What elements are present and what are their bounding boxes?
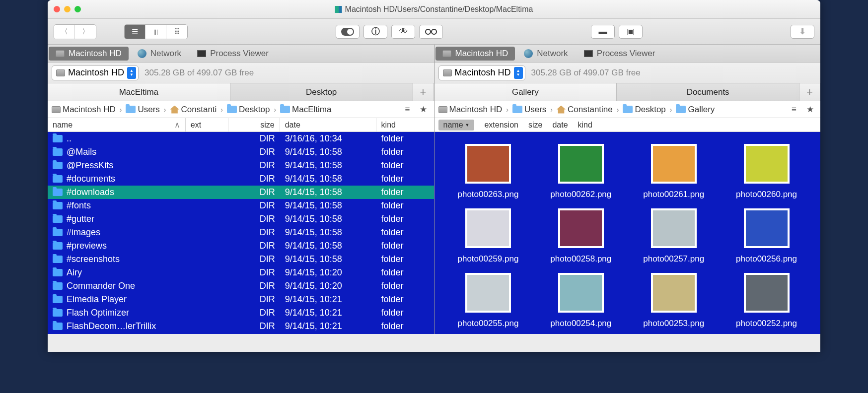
svg-point-2: [426, 29, 431, 34]
minimize-button[interactable]: [64, 6, 71, 12]
gallery-item[interactable]: photo00254.png: [537, 273, 625, 328]
file-row[interactable]: #imagesDIR9/14/15, 10:58folder: [48, 226, 434, 239]
thumbnail: [465, 273, 511, 313]
breadcrumb-segment[interactable]: Constanti: [170, 105, 217, 115]
file-row[interactable]: Flash OptimizerDIR9/14/15, 10:21folder: [48, 306, 434, 320]
sort-extension[interactable]: extension: [484, 121, 518, 130]
file-kind: folder: [376, 294, 434, 305]
traffic-lights: [48, 6, 81, 12]
chevron-right-icon: ›: [164, 106, 166, 114]
sort-name[interactable]: name▼: [438, 120, 475, 131]
add-tab-button[interactable]: +: [799, 83, 820, 101]
gallery-item[interactable]: photo00257.png: [630, 208, 718, 264]
forward-button[interactable]: 〉: [75, 25, 96, 39]
back-button[interactable]: 〈: [54, 25, 75, 39]
pane-tab[interactable]: Gallery: [434, 83, 617, 101]
file-row[interactable]: #screenshotsDIR9/14/15, 10:58folder: [48, 253, 434, 266]
favorite-icon[interactable]: ★: [803, 104, 816, 115]
pane-tab[interactable]: Documents: [617, 83, 799, 101]
gallery-item[interactable]: photo00258.png: [537, 208, 625, 264]
file-row[interactable]: AiryDIR9/14/15, 10:20folder: [48, 266, 434, 279]
pane-tab[interactable]: Desktop: [230, 83, 413, 101]
search-button[interactable]: [419, 25, 443, 39]
file-row[interactable]: #documentsDIR9/14/15, 10:58folder: [48, 172, 434, 186]
file-row[interactable]: #gutterDIR9/14/15, 10:58folder: [48, 212, 434, 226]
breadcrumb-segment[interactable]: Users: [512, 105, 546, 115]
quicklook-button[interactable]: 👁: [391, 25, 415, 39]
volume-selector-left[interactable]: Macintosh HD ▲▼: [52, 66, 139, 80]
hidden-files-toggle[interactable]: [336, 25, 360, 39]
gallery-item-name: photo00257.png: [643, 254, 704, 264]
volume-selector-right[interactable]: Macintosh HD ▲▼: [438, 66, 525, 80]
location-tab[interactable]: Process Viewer: [576, 45, 663, 62]
file-row[interactable]: FlashDecom…lerTrillixDIR9/14/15, 10:21fo…: [48, 320, 434, 333]
network-drive-button[interactable]: ▣: [619, 25, 643, 39]
file-name: #downloads: [67, 187, 114, 197]
gallery-item[interactable]: photo00252.png: [723, 273, 810, 328]
breadcrumb-segment[interactable]: Desktop: [623, 105, 665, 115]
gallery-item-name: photo00255.png: [457, 319, 518, 328]
view-icons-button[interactable]: ⠿: [166, 25, 187, 39]
col-size[interactable]: size: [228, 118, 280, 131]
download-button[interactable]: ⬇: [791, 25, 814, 39]
list-toggle-icon[interactable]: ≡: [401, 104, 414, 115]
breadcrumb-segment[interactable]: MacEltima: [280, 105, 331, 115]
col-ext[interactable]: ext: [186, 118, 228, 131]
zoom-button[interactable]: [74, 6, 81, 12]
file-row[interactable]: FolxDIR9/14/15, 10:21folder: [48, 333, 434, 334]
file-kind: folder: [376, 147, 434, 157]
location-tab[interactable]: Network: [130, 45, 189, 62]
sort-header-right: name▼ extension size date kind: [434, 118, 821, 132]
location-tab[interactable]: Macintosh HD: [435, 47, 515, 61]
list-toggle-icon[interactable]: ≡: [788, 104, 800, 115]
col-name[interactable]: name∧: [48, 118, 186, 131]
breadcrumb-segment[interactable]: Macintosh HD: [438, 105, 503, 115]
gallery-item[interactable]: photo00255.png: [444, 273, 532, 328]
col-kind[interactable]: kind: [376, 118, 434, 131]
file-list-left[interactable]: ..DIR3/16/16, 10:34folder@MailsDIR9/14/1…: [48, 132, 434, 334]
breadcrumb-segment[interactable]: Macintosh HD: [52, 105, 116, 115]
file-row[interactable]: #downloadsDIR9/14/15, 10:58folder: [48, 186, 434, 199]
view-list-button[interactable]: ☰: [125, 25, 145, 39]
gallery-item[interactable]: photo00259.png: [444, 208, 532, 264]
file-kind: folder: [376, 308, 434, 318]
file-row[interactable]: Elmedia PlayerDIR9/14/15, 10:21folder: [48, 293, 434, 306]
file-row[interactable]: ..DIR3/16/16, 10:34folder: [48, 132, 434, 145]
file-size: DIR: [228, 200, 280, 211]
file-row[interactable]: @PressKitsDIR9/14/15, 10:58folder: [48, 159, 434, 172]
folder-icon: [53, 135, 63, 142]
location-tab[interactable]: Network: [516, 45, 576, 62]
file-row[interactable]: #fontsDIR9/14/15, 10:58folder: [48, 199, 434, 212]
gallery-grid-right[interactable]: photo00263.pngphoto00262.pngphoto00261.p…: [434, 132, 821, 334]
breadcrumb-segment[interactable]: Desktop: [227, 105, 270, 115]
file-row[interactable]: #previewsDIR9/14/15, 10:58folder: [48, 239, 434, 253]
location-tab[interactable]: Macintosh HD: [49, 47, 129, 61]
breadcrumb-segment[interactable]: Users: [126, 105, 159, 115]
breadcrumb-segment[interactable]: Constantine: [557, 105, 613, 115]
file-row[interactable]: @MailsDIR9/14/15, 10:58folder: [48, 145, 434, 159]
gallery-item[interactable]: photo00262.png: [537, 144, 625, 199]
folder-icon: [227, 106, 237, 113]
sort-size[interactable]: size: [528, 121, 542, 130]
breadcrumb-label: Constanti: [181, 105, 217, 115]
gallery-item[interactable]: photo00256.png: [723, 208, 810, 264]
pane-tab[interactable]: MacEltima: [48, 83, 230, 101]
gallery-item[interactable]: photo00263.png: [444, 144, 532, 199]
archive-button[interactable]: ▬: [591, 25, 615, 39]
favorite-icon[interactable]: ★: [417, 104, 430, 115]
close-button[interactable]: [54, 6, 60, 12]
view-columns-button[interactable]: ⫼: [145, 25, 166, 39]
location-tab[interactable]: Process Viewer: [189, 45, 277, 62]
gallery-item[interactable]: photo00253.png: [630, 273, 718, 328]
gallery-item[interactable]: photo00261.png: [630, 144, 718, 199]
gallery-item[interactable]: photo00260.png: [723, 144, 810, 199]
info-button[interactable]: ⓘ: [363, 25, 387, 39]
breadcrumb-label: Desktop: [635, 105, 665, 115]
sort-date[interactable]: date: [552, 121, 568, 130]
breadcrumb-segment[interactable]: Gallery: [676, 105, 715, 115]
file-row[interactable]: Commander OneDIR9/14/15, 10:20folder: [48, 279, 434, 293]
col-date[interactable]: date: [280, 118, 376, 131]
folder-icon: [280, 106, 290, 113]
sort-kind[interactable]: kind: [578, 121, 592, 130]
add-tab-button[interactable]: +: [413, 83, 434, 101]
